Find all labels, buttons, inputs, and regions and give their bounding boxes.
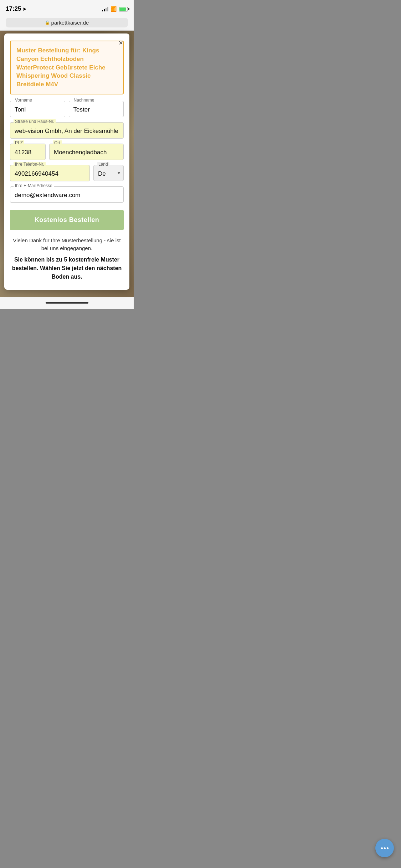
time-display: 17:25 bbox=[6, 5, 21, 12]
product-banner: Muster Bestellung für: Kings Canyon Echt… bbox=[10, 41, 124, 94]
product-title: Muster Bestellung für: Kings Canyon Echt… bbox=[16, 46, 117, 89]
home-indicator[interactable] bbox=[46, 302, 88, 304]
status-time: 17:25 ➤ bbox=[6, 5, 26, 12]
location-arrow-icon: ➤ bbox=[22, 6, 26, 12]
street-label: Straße und Haus-Nr. bbox=[14, 119, 56, 124]
status-bar: 17:25 ➤ 📶 bbox=[0, 0, 134, 16]
street-input[interactable] bbox=[10, 122, 124, 139]
street-row: Straße und Haus-Nr. bbox=[10, 122, 124, 139]
url-bar[interactable]: 🔒 parkettkaiser.de bbox=[6, 18, 128, 27]
firstname-label: Vorname bbox=[14, 98, 34, 103]
plz-group: PLZ bbox=[10, 144, 46, 160]
phone-input[interactable] bbox=[10, 165, 90, 181]
lastname-input[interactable] bbox=[69, 101, 124, 117]
browser-bar: 🔒 parkettkaiser.de bbox=[0, 16, 134, 31]
street-group: Straße und Haus-Nr. bbox=[10, 122, 124, 139]
plz-label: PLZ bbox=[14, 140, 24, 145]
plz-ort-row: PLZ Ort bbox=[10, 144, 124, 160]
ort-group: Ort bbox=[49, 144, 124, 160]
lastname-label: Nachname bbox=[72, 98, 96, 103]
battery-icon bbox=[119, 7, 128, 11]
wifi-icon: 📶 bbox=[110, 6, 117, 12]
land-select[interactable]: De AT CH bbox=[93, 165, 124, 181]
firstname-group: Vorname bbox=[10, 101, 65, 117]
phone-land-row: Ihre Telefon-Nr. Land De AT CH ▾ bbox=[10, 165, 124, 181]
phone-label: Ihre Telefon-Nr. bbox=[14, 162, 46, 167]
land-group: Land De AT CH ▾ bbox=[93, 165, 124, 181]
thank-you-bold-text: Sie können bis zu 5 kostenfreie Muster b… bbox=[10, 255, 124, 281]
land-label: Land bbox=[97, 162, 109, 167]
firstname-input[interactable] bbox=[10, 101, 65, 117]
close-button[interactable]: × bbox=[117, 38, 124, 48]
phone-group: Ihre Telefon-Nr. bbox=[10, 165, 90, 181]
bottom-bar bbox=[0, 297, 134, 309]
ort-label: Ort bbox=[53, 140, 62, 145]
lock-icon: 🔒 bbox=[45, 20, 50, 25]
ort-input[interactable] bbox=[49, 144, 124, 160]
thank-you-normal-text: Vielen Dank für Ihre Musterbestellung - … bbox=[10, 237, 124, 253]
url-text: parkettkaiser.de bbox=[51, 20, 89, 26]
status-icons: 📶 bbox=[102, 6, 128, 12]
email-label: Ihre E-Mail Adresse bbox=[14, 183, 54, 188]
email-input[interactable] bbox=[10, 186, 124, 203]
submit-button[interactable]: Kostenlos Bestellen bbox=[10, 210, 124, 230]
lastname-group: Nachname bbox=[69, 101, 124, 117]
signal-icon bbox=[102, 6, 108, 11]
email-group: Ihre E-Mail Adresse bbox=[10, 186, 124, 203]
email-row: Ihre E-Mail Adresse bbox=[10, 186, 124, 203]
name-row: Vorname Nachname bbox=[10, 101, 124, 117]
modal: × Muster Bestellung für: Kings Canyon Ec… bbox=[4, 33, 129, 290]
modal-overlay: × Muster Bestellung für: Kings Canyon Ec… bbox=[0, 31, 134, 297]
plz-input[interactable] bbox=[10, 144, 46, 160]
